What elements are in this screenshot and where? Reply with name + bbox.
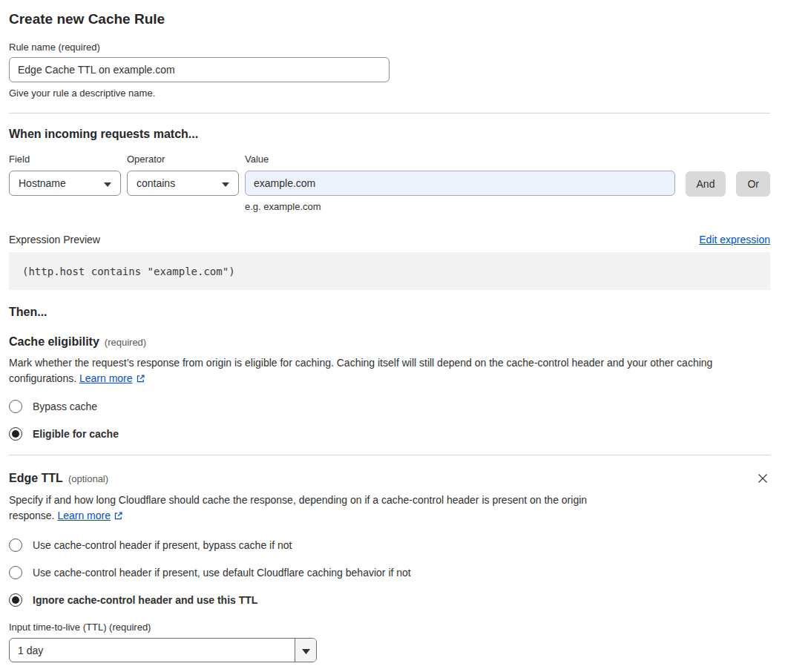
edge-ttl-qualifier: (optional)	[68, 473, 108, 484]
match-section-heading: When incoming requests match...	[9, 128, 770, 141]
ttl-combobox-dropdown-button[interactable]	[295, 639, 316, 662]
operator-column: Operator contains	[127, 154, 239, 196]
ttl-combobox[interactable]: 1 day	[9, 638, 317, 662]
ttl-combobox-value[interactable]: 1 day	[10, 639, 295, 662]
cache-eligibility-heading: Cache eligibility(required)	[9, 335, 770, 349]
cache-eligibility-learn-more-link[interactable]: Learn more	[79, 372, 133, 384]
field-label: Field	[9, 154, 121, 165]
create-cache-rule-form: Create new Cache Rule Rule name (require…	[0, 11, 785, 662]
operator-label: Operator	[127, 154, 239, 165]
then-heading: Then...	[9, 306, 770, 319]
divider	[9, 113, 770, 113]
external-link-icon	[136, 374, 145, 386]
value-label: Value	[245, 154, 675, 165]
ttl-label: Input time-to-live (TTL) (required)	[9, 622, 770, 633]
edge-ttl-description: Specify if and how long Cloudflare shoul…	[9, 493, 629, 525]
operator-select[interactable]: contains	[127, 171, 239, 196]
condition-buttons: And Or	[686, 171, 770, 197]
divider	[9, 455, 770, 455]
radio-icon-checked[interactable]	[9, 593, 22, 607]
edge-ttl-heading: Edge TTL(optional)	[9, 472, 108, 485]
edit-expression-link[interactable]: Edit expression	[699, 234, 770, 246]
value-help: e.g. example.com	[245, 201, 675, 212]
value-column: Value e.g. example.com	[245, 154, 675, 212]
cache-eligibility-qualifier: (required)	[105, 337, 146, 348]
chevron-down-icon	[104, 177, 111, 189]
radio-label: Bypass cache	[33, 401, 97, 412]
radio-label: Eligible for cache	[33, 428, 119, 440]
radio-option-use-header-bypass[interactable]: Use cache-control header if present, byp…	[9, 538, 770, 552]
radio-icon[interactable]	[9, 566, 22, 579]
expression-preview-row: Expression Preview Edit expression	[9, 234, 770, 246]
page-title: Create new Cache Rule	[9, 11, 770, 27]
radio-option-ignore-header-use-ttl[interactable]: Ignore cache-control header and use this…	[9, 593, 770, 607]
value-input[interactable]	[245, 171, 675, 196]
radio-icon[interactable]	[9, 400, 22, 413]
radio-icon[interactable]	[9, 538, 22, 552]
radio-label: Use cache-control header if present, use…	[33, 567, 411, 579]
field-select-value: Hostname	[19, 177, 66, 189]
radio-icon-checked[interactable]	[9, 427, 22, 441]
radio-label: Ignore cache-control header and use this…	[33, 594, 257, 606]
match-row: Field Hostname Operator contains Value e…	[9, 154, 770, 212]
chevron-down-icon	[302, 644, 310, 657]
expression-preview-code: (http.host contains "example.com")	[9, 252, 770, 290]
chevron-down-icon	[222, 177, 229, 189]
rule-name-label: Rule name (required)	[9, 42, 770, 53]
cache-eligibility-description: Mark whether the request’s response from…	[9, 355, 770, 388]
expression-preview-label: Expression Preview	[9, 234, 100, 246]
external-link-icon	[114, 511, 123, 523]
operator-select-value: contains	[137, 177, 175, 189]
rule-name-input[interactable]	[9, 57, 390, 82]
radio-label: Use cache-control header if present, byp…	[33, 539, 292, 551]
radio-option-bypass-cache[interactable]: Bypass cache	[9, 400, 770, 413]
field-select[interactable]: Hostname	[9, 171, 121, 196]
rule-name-help: Give your rule a descriptive name.	[9, 88, 770, 99]
field-column: Field Hostname	[9, 154, 121, 196]
edge-ttl-header: Edge TTL(optional)	[9, 471, 770, 486]
and-button[interactable]: And	[686, 171, 726, 197]
radio-option-use-header-default[interactable]: Use cache-control header if present, use…	[9, 566, 770, 579]
radio-option-eligible-for-cache[interactable]: Eligible for cache	[9, 427, 770, 441]
edge-ttl-learn-more-link[interactable]: Learn more	[57, 510, 111, 521]
close-icon[interactable]	[755, 471, 770, 486]
or-button[interactable]: Or	[736, 171, 770, 197]
